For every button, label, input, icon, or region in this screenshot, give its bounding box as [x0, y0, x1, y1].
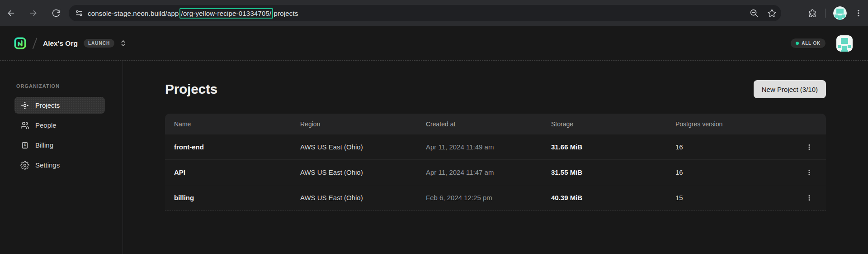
back-icon — [6, 8, 16, 18]
project-name: billing — [174, 194, 300, 201]
sidebar: ORGANIZATION Projects People $ Billing — [0, 61, 123, 254]
app-header: Alex's Org LAUNCH ALL OK — [0, 26, 868, 60]
status-dot — [796, 42, 799, 45]
table-row[interactable]: API AWS US East (Ohio) Apr 11, 2024 11:4… — [165, 160, 826, 185]
screen: console-stage.neon.build/app/org-yellow-… — [0, 0, 868, 254]
sidebar-item-label: Billing — [35, 141, 53, 149]
org-switcher-button[interactable] — [120, 39, 127, 48]
project-name: API — [174, 168, 300, 176]
row-menu-button[interactable] — [802, 140, 816, 154]
sidebar-item-settings[interactable]: Settings — [14, 157, 105, 173]
browser-nav-buttons — [3, 0, 71, 26]
table-row[interactable]: billing AWS US East (Ohio) Feb 6, 2024 1… — [165, 185, 826, 211]
column-header-postgres-version: Postgres version — [675, 120, 793, 128]
project-postgres-version: 15 — [675, 194, 793, 201]
billing-icon: $ — [20, 141, 29, 150]
row-menu-icon — [806, 144, 813, 151]
url-highlight-box: /org-yellow-recipe-01334705/ — [179, 8, 274, 19]
column-header-region: Region — [300, 120, 426, 128]
row-menu-icon — [806, 169, 813, 176]
sidebar-item-label: Projects — [35, 101, 60, 109]
sidebar-item-people[interactable]: People — [14, 117, 105, 134]
url-suffix: projects — [274, 10, 298, 17]
project-region: AWS US East (Ohio) — [300, 143, 426, 151]
back-button[interactable] — [3, 5, 19, 21]
site-info-icon[interactable] — [75, 9, 83, 17]
url-bar[interactable]: console-stage.neon.build/app/org-yellow-… — [69, 5, 781, 21]
column-header-storage: Storage — [551, 120, 675, 128]
project-postgres-version: 16 — [675, 168, 793, 176]
project-storage: 31.55 MiB — [551, 168, 675, 176]
sidebar-item-projects[interactable]: Projects — [14, 97, 105, 114]
project-region: AWS US East (Ohio) — [300, 194, 426, 201]
project-created-at: Apr 11, 2024 11:49 am — [426, 143, 551, 151]
profile-avatar[interactable] — [833, 6, 847, 20]
projects-icon — [20, 101, 29, 110]
column-header-name: Name — [174, 120, 300, 128]
new-project-button[interactable]: New Project (3/10) — [754, 80, 826, 98]
reload-button[interactable] — [48, 5, 64, 21]
sidebar-item-label: Settings — [35, 161, 60, 169]
project-storage: 31.66 MiB — [551, 143, 675, 151]
org-switcher-icon — [120, 39, 127, 48]
org-avatar[interactable] — [836, 35, 853, 52]
project-name: front-end — [174, 143, 300, 151]
settings-icon — [20, 161, 29, 170]
main-content: Projects New Project (3/10) Name Region … — [123, 61, 868, 254]
project-created-at: Feb 6, 2024 12:25 pm — [426, 194, 551, 201]
table-header-row: Name Region Created at Storage Postgres … — [165, 114, 826, 134]
reload-icon — [52, 9, 61, 18]
browser-menu-icon[interactable] — [854, 9, 863, 17]
plan-badge: LAUNCH — [84, 39, 114, 48]
status-badge[interactable]: ALL OK — [791, 38, 826, 48]
row-menu-icon — [806, 194, 813, 201]
browser-toolbar: console-stage.neon.build/app/org-yellow-… — [0, 0, 868, 26]
app-body: ORGANIZATION Projects People $ Billing — [0, 60, 868, 254]
zoom-out-icon[interactable] — [749, 8, 759, 18]
svg-text:$: $ — [24, 143, 26, 147]
toolbar-divider — [825, 9, 826, 18]
neon-logo[interactable] — [14, 37, 27, 50]
bookmark-star-icon[interactable] — [767, 9, 777, 18]
column-header-created-at: Created at — [426, 120, 551, 128]
page-title: Projects — [165, 81, 217, 97]
org-name[interactable]: Alex's Org — [43, 39, 78, 48]
url-text: console-stage.neon.build/app/org-yellow-… — [88, 8, 298, 19]
sidebar-item-billing[interactable]: $ Billing — [14, 137, 105, 153]
url-prefix: console-stage.neon.build/app — [88, 10, 179, 17]
row-menu-button[interactable] — [802, 165, 816, 180]
people-icon — [20, 121, 29, 130]
project-storage: 40.39 MiB — [551, 194, 675, 201]
project-region: AWS US East (Ohio) — [300, 168, 426, 176]
forward-icon — [28, 8, 38, 18]
project-postgres-version: 16 — [675, 143, 793, 151]
breadcrumb-slash — [33, 38, 38, 49]
project-created-at: Apr 11, 2024 11:47 am — [426, 168, 551, 176]
extensions-icon[interactable] — [807, 8, 817, 18]
sidebar-section-label: ORGANIZATION — [16, 83, 123, 89]
row-menu-button[interactable] — [802, 191, 816, 205]
table-row[interactable]: front-end AWS US East (Ohio) Apr 11, 202… — [165, 134, 826, 160]
projects-table: Name Region Created at Storage Postgres … — [165, 114, 826, 211]
forward-button[interactable] — [26, 5, 41, 21]
status-label: ALL OK — [802, 41, 821, 46]
sidebar-item-label: People — [35, 121, 57, 129]
